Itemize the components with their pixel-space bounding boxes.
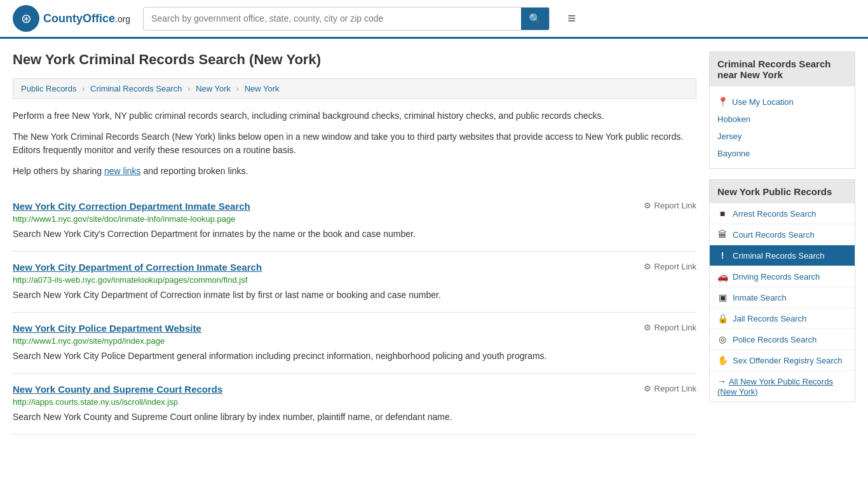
sidebar-jail-records[interactable]: 🔒 Jail Records Search — [710, 308, 855, 329]
search-input[interactable] — [144, 8, 521, 29]
result-url-3: http://www1.nyc.gov/site/nypd/index.page — [13, 336, 696, 346]
logo-icon: ⊛ — [13, 5, 39, 32]
sidebar-criminal-records[interactable]: ! Criminal Records Search — [710, 245, 855, 266]
description-1: Perform a free New York, NY public crimi… — [13, 109, 696, 123]
police-records-icon: ◎ — [717, 334, 728, 344]
report-link-btn-4[interactable]: ⚙ Report Link — [644, 384, 696, 393]
report-link-btn-2[interactable]: ⚙ Report Link — [644, 262, 696, 271]
arrow-icon: → — [717, 376, 729, 386]
jail-records-icon: 🔒 — [717, 313, 728, 323]
arrest-records-icon: ■ — [717, 208, 728, 219]
jersey-link[interactable]: Jersey — [717, 132, 742, 141]
nearby-header: Criminal Records Search near New York — [710, 52, 855, 86]
court-records-link[interactable]: Court Records Search — [733, 230, 815, 240]
driving-records-link[interactable]: Driving Records Search — [733, 272, 820, 281]
public-records-list: ■ Arrest Records Search 🏛 Court Records … — [710, 203, 855, 370]
result-url-1: http://www1.nyc.gov/site/doc/inmate-info… — [13, 214, 696, 224]
sidebar-driving-records[interactable]: 🚗 Driving Records Search — [710, 266, 855, 287]
jail-records-link[interactable]: Jail Records Search — [733, 314, 806, 323]
search-bar: 🔍 — [143, 7, 550, 30]
inmate-search-link[interactable]: Inmate Search — [733, 293, 787, 302]
sex-offender-icon: ✋ — [717, 355, 728, 365]
logo[interactable]: ⊛ CountyOffice.org — [13, 5, 130, 32]
nearby-section: Criminal Records Search near New York 📍 … — [709, 51, 855, 169]
nearby-jersey[interactable]: Jersey — [717, 128, 847, 145]
driving-records-icon: 🚗 — [717, 271, 728, 281]
sidebar-arrest-records[interactable]: ■ Arrest Records Search — [710, 203, 855, 224]
nearby-bayonne[interactable]: Bayonne — [717, 145, 847, 162]
breadcrumb: Public Records › Criminal Records Search… — [13, 78, 696, 99]
result-card-3: New York City Police Department Website … — [13, 313, 696, 374]
sidebar-court-records[interactable]: 🏛 Court Records Search — [710, 224, 855, 245]
result-title-2[interactable]: New York City Department of Correction I… — [13, 262, 262, 273]
nearby-hoboken[interactable]: Hoboken — [717, 111, 847, 128]
nearby-content: 📍 Use My Location Hoboken Jersey Bayonne — [710, 86, 855, 168]
result-desc-4: Search New York County and Supreme Court… — [13, 410, 696, 424]
criminal-records-link[interactable]: Criminal Records Search — [733, 251, 825, 261]
use-location-link[interactable]: Use My Location — [732, 97, 794, 107]
public-records-section: New York Public Records ■ Arrest Records… — [709, 179, 855, 402]
menu-button[interactable]: ≡ — [562, 8, 581, 29]
sidebar-sex-offender[interactable]: ✋ Sex Offender Registry Search — [710, 349, 855, 370]
left-panel: New York Criminal Records Search (New Yo… — [13, 51, 696, 435]
search-button[interactable]: 🔍 — [521, 8, 549, 30]
breadcrumb-new-york-state[interactable]: New York — [196, 84, 231, 93]
police-records-link[interactable]: Police Records Search — [733, 335, 817, 344]
result-title-3[interactable]: New York City Police Department Website — [13, 323, 201, 334]
result-card-1: New York City Correction Department Inma… — [13, 191, 696, 252]
description-2: The New York Criminal Records Search (Ne… — [13, 130, 696, 157]
new-links-link[interactable]: new links — [104, 166, 141, 176]
result-desc-1: Search New York City's Correction Depart… — [13, 227, 696, 241]
all-records-item[interactable]: → All New York Public Records (New York) — [710, 370, 855, 402]
breadcrumb-criminal-records[interactable]: Criminal Records Search — [90, 84, 182, 93]
logo-text: CountyOffice.org — [43, 12, 130, 25]
result-card-2: New York City Department of Correction I… — [13, 252, 696, 313]
sharing-text: Help others by sharing new links and rep… — [13, 165, 696, 178]
breadcrumb-public-records[interactable]: Public Records — [21, 84, 76, 93]
report-icon-1: ⚙ — [644, 201, 651, 210]
hoboken-link[interactable]: Hoboken — [717, 114, 750, 124]
main-content: New York Criminal Records Search (New Yo… — [0, 39, 868, 447]
result-desc-3: Search New York City Police Department g… — [13, 349, 696, 363]
report-link-btn-1[interactable]: ⚙ Report Link — [644, 201, 696, 210]
report-icon-3: ⚙ — [644, 323, 651, 332]
results-list: New York City Correction Department Inma… — [13, 191, 696, 435]
report-icon-2: ⚙ — [644, 262, 651, 271]
public-records-header: New York Public Records — [710, 180, 855, 203]
result-card-4: New York County and Supreme Court Record… — [13, 374, 696, 435]
arrest-records-link[interactable]: Arrest Records Search — [733, 209, 817, 219]
page-title: New York Criminal Records Search (New Yo… — [13, 51, 696, 68]
bayonne-link[interactable]: Bayonne — [717, 149, 750, 158]
criminal-records-icon: ! — [717, 250, 728, 261]
result-url-2: http://a073-ils-web.nyc.gov/inmatelookup… — [13, 275, 696, 285]
sidebar-police-records[interactable]: ◎ Police Records Search — [710, 329, 855, 349]
breadcrumb-new-york-city[interactable]: New York — [245, 84, 280, 93]
result-desc-2: Search New York City Department of Corre… — [13, 288, 696, 302]
result-title-1[interactable]: New York City Correction Department Inma… — [13, 201, 250, 212]
result-title-4[interactable]: New York County and Supreme Court Record… — [13, 384, 222, 395]
sex-offender-link[interactable]: Sex Offender Registry Search — [733, 356, 842, 365]
sidebar-inmate-search[interactable]: ▣ Inmate Search — [710, 287, 855, 308]
location-pin-icon: 📍 — [717, 97, 728, 107]
result-url-4: http://iapps.courts.state.ny.us/iscroll/… — [13, 397, 696, 407]
court-records-icon: 🏛 — [717, 229, 728, 240]
inmate-search-icon: ▣ — [717, 292, 728, 302]
right-sidebar: Criminal Records Search near New York 📍 … — [709, 51, 855, 435]
report-icon-4: ⚙ — [644, 384, 651, 393]
use-my-location[interactable]: 📍 Use My Location — [717, 93, 847, 111]
site-header: ⊛ CountyOffice.org 🔍 ≡ — [0, 0, 868, 39]
all-records-link[interactable]: All New York Public Records (New York) — [717, 377, 833, 396]
report-link-btn-3[interactable]: ⚙ Report Link — [644, 323, 696, 332]
